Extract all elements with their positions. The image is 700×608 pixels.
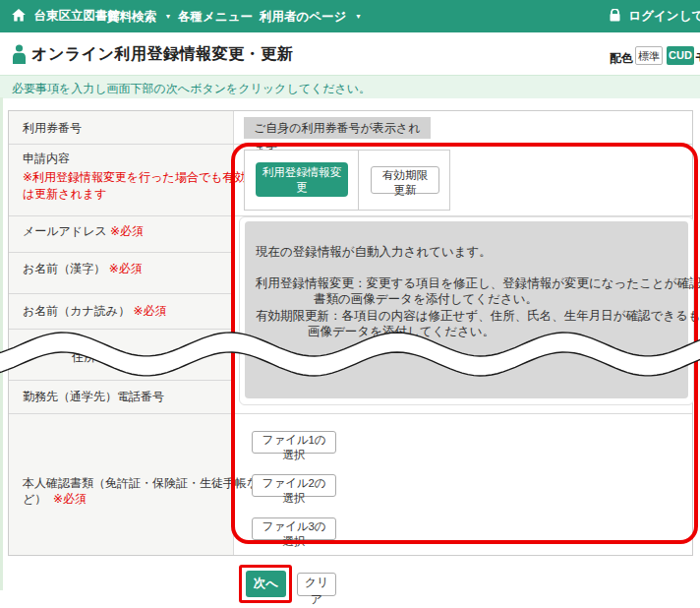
chevron-down-icon: ▼: [355, 13, 362, 20]
clear-button[interactable]: クリア: [297, 573, 336, 596]
application-type-note-line2: は更新されます: [23, 186, 106, 203]
lock-icon: [610, 2, 620, 34]
label-name-kana: お名前（カナ読み） ※必須: [23, 303, 167, 320]
label-id-documents-line2: ど） ※必須: [23, 491, 87, 508]
chevron-down-icon: ▼: [164, 13, 171, 20]
nav-menu-search[interactable]: 資料検索 ▼: [107, 0, 171, 32]
label-work-phone: 勤務先（通学先）電話番号: [23, 389, 164, 405]
file2-select-button[interactable]: ファイル2の選択: [252, 474, 336, 497]
application-type-toggle: 利用登録情報変更 有効期限更新: [244, 150, 450, 211]
registration-form-table: 利用券番号 申請内容 ※利用登録情報変更を行った場合でも有効期限 は更新されます…: [8, 110, 693, 556]
row-divider: [9, 293, 234, 294]
user-icon: [12, 44, 27, 68]
required-badge: ※必須: [53, 492, 87, 506]
home-icon: [12, 2, 26, 34]
label-id-documents-line1: 本人確認書類（免許証・保険証・生徒手帳な: [23, 475, 259, 492]
label-address: 住所: [72, 349, 95, 366]
instruction-line1: 現在の登録情報が自動入力されています。: [256, 244, 492, 261]
nav-home-link[interactable]: 台東区立図書館: [12, 0, 120, 32]
label-email: メールアドレス ※必須: [23, 223, 144, 240]
instruction-panel: 現在の登録情報が自動入力されています。 利用登録情報変更：変更する項目を修正し、…: [239, 216, 694, 405]
nav-menu-various[interactable]: 各種メニュー ▼: [178, 0, 267, 32]
required-badge: ※必須: [109, 262, 143, 275]
login-status-label: ログインしています: [628, 9, 700, 23]
instruction-line3a: 有効期限更新：各項目の内容は修正せず、住所、氏名、生年月日が確認できるものの: [256, 308, 700, 325]
file1-select-button[interactable]: ファイル1の選択: [252, 431, 336, 454]
card-number-display: ご自身の利用券番号が表示されます: [244, 117, 431, 139]
scheme-standard-button[interactable]: 標準: [635, 46, 663, 65]
instruction-gray-box: 現在の登録情報が自動入力されています。 利用登録情報変更：変更する項目を修正し、…: [245, 221, 688, 398]
top-navbar: 台東区立図書館 資料検索 ▼ 各種メニュー ▼ 利用者のページ ▼ ログインして…: [0, 0, 700, 32]
toggle-divider: [358, 151, 359, 210]
instruction-line3b: 画像データを添付してください。: [308, 324, 495, 340]
expiry-renewal-button[interactable]: 有効期限更新: [371, 166, 439, 194]
instruction-line2a: 利用登録情報変更：変更する項目を修正し、登録情報が変更になったことが確認できる: [256, 275, 700, 292]
registration-change-button[interactable]: 利用登録情報変更: [256, 162, 348, 197]
label-card-number: 利用券番号: [23, 120, 82, 137]
required-badge: ※必須: [133, 304, 166, 318]
scheme-cud-button[interactable]: CUD: [667, 46, 694, 65]
instruction-line2b: 書類の画像データを添付してください。: [314, 291, 538, 308]
row-divider: [9, 252, 234, 253]
scheme-clipped-button[interactable]: モ: [695, 49, 700, 66]
page-title: オンライン利用登録情報変更・更新: [31, 44, 293, 65]
row-divider: [9, 380, 234, 381]
nav-menu-user-page[interactable]: 利用者のページ ▼: [260, 0, 362, 32]
row-divider: [9, 413, 692, 414]
login-status: ログインしています: [610, 0, 700, 32]
page-left-accent: [0, 97, 3, 590]
notice-text: 必要事項を入力し画面下部の次へボタンをクリックしてください。: [12, 81, 371, 97]
notice-bar: 必要事項を入力し画面下部の次へボタンをクリックしてください。: [0, 75, 700, 98]
file3-select-button[interactable]: ファイル3の選択: [252, 517, 336, 540]
row-divider: [9, 144, 692, 145]
label-application-type: 申請内容: [23, 151, 70, 167]
row-divider: [9, 329, 234, 330]
application-type-note-line1: ※利用登録情報変更を行った場合でも有効期限: [23, 169, 269, 186]
next-button[interactable]: 次へ: [246, 571, 286, 597]
required-badge: ※必須: [110, 224, 144, 238]
label-name-kanji: お名前（漢字） ※必須: [23, 261, 143, 277]
page: 台東区立図書館 資料検索 ▼ 各種メニュー ▼ 利用者のページ ▼ ログインして…: [0, 0, 700, 608]
color-scheme-label: 配色: [610, 50, 633, 67]
